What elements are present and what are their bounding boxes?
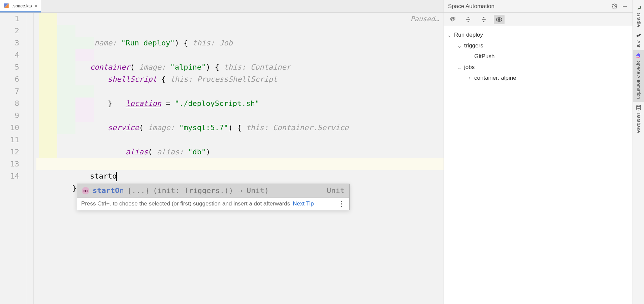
- code-line[interactable]: shellScript { this: ProcessShellScript: [36, 37, 444, 49]
- tab-filename: .space.kts: [12, 3, 32, 8]
- chevron-down-icon: ⌄: [457, 64, 462, 71]
- strip-gradle[interactable]: Gradle: [633, 2, 644, 30]
- file-tab[interactable]: .space.kts ×: [0, 0, 41, 12]
- autocomplete-item[interactable]: m startOn {...} (init: Triggers.() → Uni…: [77, 184, 349, 197]
- strip-database[interactable]: Database: [633, 102, 644, 136]
- tree-triggers-item[interactable]: GitPush: [447, 51, 630, 62]
- svg-point-7: [639, 34, 640, 36]
- tree-jobs[interactable]: ⌄ jobs: [447, 62, 630, 73]
- strip-space-automation[interactable]: Space Automation: [633, 50, 644, 102]
- gradle-icon: [636, 5, 642, 11]
- strip-ant[interactable]: Ant: [633, 30, 644, 50]
- collapse-all-icon[interactable]: [478, 15, 489, 24]
- svg-point-5: [498, 18, 500, 21]
- svg-point-2: [614, 5, 616, 7]
- panel-toolbar: [444, 13, 633, 26]
- fold-gutter: [26, 13, 34, 304]
- next-tip-link[interactable]: Next Tip: [293, 200, 314, 207]
- tab-bar: .space.kts ×: [0, 0, 444, 13]
- code-line[interactable]: job( name: "Run deploy") { this: Job: [36, 13, 444, 25]
- chevron-down-icon: ⌄: [457, 42, 462, 49]
- tool-window-strip: Gradle Ant Space Automation Database: [633, 0, 644, 304]
- panel-header: Space Automation: [444, 0, 633, 13]
- space-icon: [636, 53, 642, 59]
- code-line[interactable]: alias( alias: "db"): [36, 98, 444, 110]
- svg-point-8: [640, 34, 641, 35]
- method-badge-icon: m: [82, 187, 89, 194]
- code-line[interactable]: }: [36, 61, 444, 73]
- code[interactable]: Paused… job( name: "Run deploy") { this:…: [34, 13, 444, 304]
- code-line-active[interactable]: starto: [36, 158, 444, 170]
- code-line[interactable]: env["MYSQL_ROOT_PASSWORD"] = "password": [36, 110, 444, 122]
- svg-point-9: [637, 105, 641, 107]
- preview-toggle-icon[interactable]: [494, 15, 505, 24]
- tree-triggers[interactable]: ⌄ triggers: [447, 40, 630, 51]
- gear-icon[interactable]: [611, 3, 618, 10]
- tree: ⌄ Run deploy ⌄ triggers GitPush ⌄ jobs ›…: [444, 26, 633, 87]
- editor-area: .space.kts × 1 2 3 4 5 6 7 8 9 10 11 12 …: [0, 0, 444, 304]
- database-icon: [636, 105, 642, 111]
- kotlin-file-icon: [3, 3, 9, 9]
- code-line[interactable]: location = "./deployScript.sh": [36, 49, 444, 61]
- svg-rect-3: [623, 6, 627, 7]
- code-line[interactable]: }: [36, 170, 444, 182]
- chevron-right-icon: ›: [467, 75, 472, 81]
- svg-point-6: [637, 35, 639, 37]
- gutter: 1 2 3 4 5 6 7 8 9 10 11 12 13 14: [0, 13, 26, 304]
- space-automation-panel: Space Automation ⌄ Run deploy ⌄ triggers: [444, 0, 633, 304]
- code-line[interactable]: [36, 146, 444, 158]
- tab-close-icon[interactable]: ×: [35, 3, 38, 9]
- chevron-down-icon: ⌄: [447, 32, 452, 39]
- minimize-icon[interactable]: [621, 3, 629, 10]
- refresh-icon[interactable]: [447, 15, 458, 24]
- autocomplete-tip: Press Ctrl+. to choose the selected (or …: [77, 197, 349, 210]
- code-line[interactable]: }: [36, 134, 444, 146]
- ant-icon: [636, 32, 642, 38]
- code-line[interactable]: }: [36, 122, 444, 134]
- code-line[interactable]: service( image: "mysql:5.7") { this: Con…: [36, 85, 444, 98]
- tree-root[interactable]: ⌄ Run deploy: [447, 30, 630, 40]
- expand-all-icon[interactable]: [463, 15, 474, 24]
- code-line[interactable]: [36, 73, 444, 85]
- code-line[interactable]: container( image: "alpine") { this: Cont…: [36, 25, 444, 37]
- autocomplete-popup[interactable]: m startOn {...} (init: Triggers.() → Uni…: [77, 184, 350, 210]
- editor-body[interactable]: 1 2 3 4 5 6 7 8 9 10 11 12 13 14 Paused……: [0, 13, 444, 304]
- panel-title: Space Automation: [448, 3, 494, 10]
- tree-jobs-item[interactable]: › container: alpine: [447, 73, 630, 83]
